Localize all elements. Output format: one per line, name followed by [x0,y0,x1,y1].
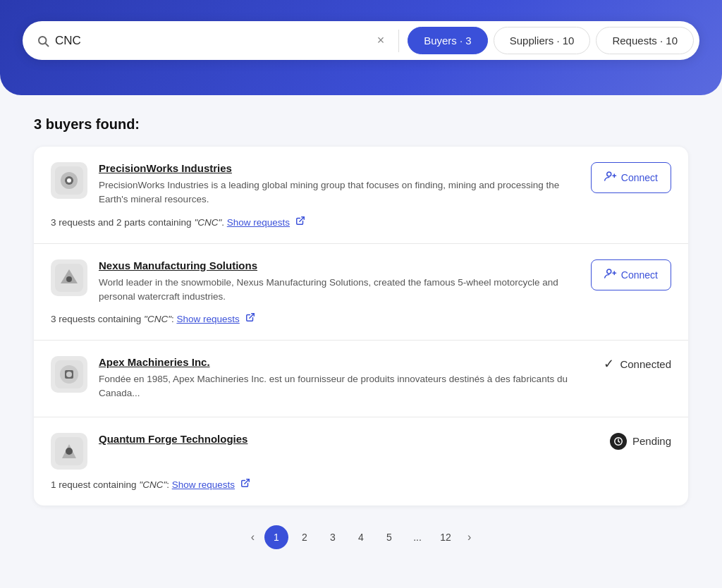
requests-keyword: "CNC" [144,314,171,324]
buyer-logo [51,356,87,393]
requests-keyword: "CNC" [139,479,166,490]
header-section: CNC × Buyers · 3 Suppliers · 10 Requests… [0,0,722,95]
svg-point-5 [67,178,71,183]
svg-point-20 [66,372,72,377]
buyer-logo [51,433,87,470]
buyer-action: ✓ Connected [604,356,671,372]
buyer-name[interactable]: PrecisionWorks Industries [99,162,568,174]
ext-link-icon[interactable] [245,312,255,322]
svg-line-25 [245,479,249,483]
requests-keyword: "CNC" [194,217,221,228]
buyer-name[interactable]: Apex Machineries Inc. [99,356,581,368]
show-requests-link[interactable]: Show requests [176,314,239,324]
page-button-1[interactable]: 1 [264,525,288,549]
page-ellipsis: ... [405,525,429,549]
requests-line: 3 requests and 2 parts containing "CNC".… [51,216,671,228]
search-divider [398,30,399,52]
requests-text-before: 3 requests containing [51,314,144,324]
tab-requests[interactable]: Requests · 10 [596,27,694,54]
connect-label: Connect [621,172,658,183]
ext-link-icon[interactable] [240,478,250,488]
buyer-desc: PrecisionWorks Industries is a leading g… [99,178,568,207]
show-requests-link[interactable]: Show requests [227,217,290,228]
requests-line: 3 requests containing "CNC": Show reques… [51,312,671,324]
buyer-info: PrecisionWorks Industries PrecisionWorks… [99,162,568,207]
results-heading: 3 buyers found: [34,116,688,133]
show-requests-link[interactable]: Show requests [172,479,235,490]
buyer-action: Connect [591,259,671,290]
svg-line-1 [45,43,48,46]
page-button-2[interactable]: 2 [293,525,317,549]
svg-point-12 [66,276,72,282]
checkmark-icon: ✓ [604,356,614,372]
svg-point-23 [66,448,73,455]
connect-button[interactable]: Connect [591,162,671,193]
buyer-action: Connect [591,162,671,193]
buyer-item: Apex Machineries Inc. Fondée en 1985, Ap… [34,341,688,417]
requests-text-before: 1 request containing [51,479,139,490]
svg-point-13 [607,269,611,274]
connect-label: Connect [621,269,658,281]
buyer-desc: World leader in the snowmobile, Nexus Ma… [99,276,568,305]
requests-text-after: : [171,314,174,324]
requests-line: 1 request containing "CNC": Show request… [51,478,671,490]
svg-point-6 [607,172,611,176]
search-bar: CNC × Buyers · 3 Suppliers · 10 Requests… [23,21,699,60]
page-button-3[interactable]: 3 [321,525,345,549]
main-content: 3 buyers found: PrecisionWorks In [23,95,699,575]
tab-buyers[interactable]: Buyers · 3 [408,27,488,54]
buyer-info: Nexus Manufacturing Solutions World lead… [99,259,568,305]
page-button-5[interactable]: 5 [377,525,401,549]
clear-button[interactable]: × [372,33,391,48]
connect-icon [604,170,617,185]
next-page-button[interactable]: › [462,528,477,546]
buyer-logo [51,162,87,199]
connect-icon [604,267,617,283]
connected-label: Connected [620,358,671,370]
buyer-info: Quantum Forge Technologies [99,433,587,449]
buyer-item: Nexus Manufacturing Solutions World lead… [34,244,688,341]
buyer-desc: Fondée en 1985, Apex Machineries Inc. es… [99,372,581,401]
tab-suppliers[interactable]: Suppliers · 10 [494,27,591,54]
buyer-item: Quantum Forge Technologies Pending [34,417,688,506]
connected-status: ✓ Connected [604,356,671,372]
buyer-action: Pending [610,433,671,450]
page-button-12[interactable]: 12 [434,525,458,549]
ext-link-icon[interactable] [295,216,305,226]
prev-page-button[interactable]: ‹ [245,528,260,546]
pending-status: Pending [610,433,671,450]
requests-text-after: . [221,217,224,228]
buyer-list: PrecisionWorks Industries PrecisionWorks… [34,147,688,506]
buyer-item: PrecisionWorks Industries PrecisionWorks… [34,147,688,244]
connect-button[interactable]: Connect [591,259,671,290]
buyer-logo [51,259,87,296]
requests-text-before: 3 requests and 2 parts containing [51,217,194,228]
search-icon [37,35,49,47]
pending-label: Pending [632,435,671,447]
buyer-name[interactable]: Nexus Manufacturing Solutions [99,259,568,271]
svg-line-9 [300,216,304,221]
requests-text-after: : [166,479,169,490]
pagination: ‹ 1 2 3 4 5 ... 12 › [34,506,688,561]
svg-line-16 [249,314,253,318]
buyer-info: Apex Machineries Inc. Fondée en 1985, Ap… [99,356,581,401]
clock-icon [610,433,627,450]
page-button-4[interactable]: 4 [349,525,373,549]
buyer-name[interactable]: Quantum Forge Technologies [99,433,587,445]
search-value: CNC [55,34,366,48]
